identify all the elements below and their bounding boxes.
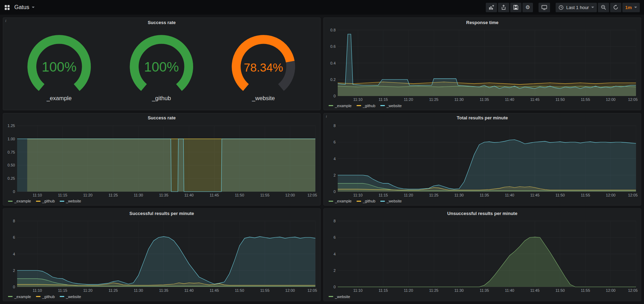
legend-swatch — [329, 296, 333, 297]
svg-text:11:55: 11:55 — [581, 193, 590, 197]
legend-item-_example[interactable]: _example — [329, 199, 352, 203]
panel-info-icon[interactable]: i — [326, 114, 327, 118]
share-icon — [501, 5, 506, 10]
svg-text:11:55: 11:55 — [260, 193, 270, 197]
panel-total-results: i Total results per minute 11:1011:1511:… — [323, 113, 641, 206]
svg-text:0.8: 0.8 — [330, 28, 336, 32]
svg-text:2: 2 — [334, 173, 336, 177]
legend-label: _github — [363, 104, 375, 108]
legend-item-_website[interactable]: _website — [329, 295, 350, 299]
svg-text:12:00: 12:00 — [285, 193, 295, 197]
panel-title[interactable]: Success rate — [148, 20, 176, 25]
svg-text:0.25: 0.25 — [8, 176, 15, 180]
gauge-_website[interactable]: 78.34%_website — [212, 28, 315, 108]
gauge-_example[interactable]: 100%_example — [8, 28, 110, 108]
legend-label: _website — [66, 199, 81, 203]
time-range-button[interactable]: Last 1 hour — [556, 3, 597, 12]
legend-item-_example[interactable]: _example — [8, 199, 31, 203]
legend-item-_example[interactable]: _example — [8, 295, 31, 299]
svg-text:1.25: 1.25 — [8, 124, 15, 128]
legend-label: _example — [335, 199, 352, 203]
svg-text:11:40: 11:40 — [184, 193, 194, 197]
svg-text:11:50: 11:50 — [556, 97, 565, 102]
legend-item-_github[interactable]: _github — [357, 199, 375, 203]
tv-mode-button[interactable] — [539, 3, 550, 12]
svg-text:12:00: 12:00 — [285, 288, 295, 292]
legend-item-_website[interactable]: _website — [60, 295, 81, 299]
svg-text:4: 4 — [334, 252, 336, 256]
share-dashboard-button[interactable] — [498, 3, 509, 12]
svg-text:11:15: 11:15 — [379, 97, 388, 102]
svg-text:11:40: 11:40 — [505, 97, 514, 102]
panel-title[interactable]: Successful results per minute — [130, 211, 194, 216]
panel-title[interactable]: Success rate — [148, 115, 176, 120]
legend-item-_example[interactable]: _example — [329, 104, 352, 108]
chart-legend: _website — [325, 293, 639, 300]
svg-text:11:10: 11:10 — [33, 193, 42, 197]
svg-text:11:50: 11:50 — [235, 288, 244, 292]
svg-text:12:05: 12:05 — [307, 288, 317, 292]
panel-unsuccessful-results: Unsuccessful results per minute 11:1011:… — [323, 208, 641, 301]
svg-text:11:10: 11:10 — [353, 193, 363, 197]
svg-text:11:30: 11:30 — [134, 193, 143, 197]
panel-body: 11:1011:1511:2011:2511:3011:3511:4011:45… — [324, 123, 641, 206]
svg-text:11:25: 11:25 — [429, 193, 439, 197]
time-series-chart[interactable]: 11:1011:1511:2011:2511:3011:3511:4011:45… — [325, 123, 639, 198]
refresh-interval-button[interactable]: 1m — [622, 3, 640, 12]
time-series-chart[interactable]: 11:1011:1511:2011:2511:3011:3511:4011:45… — [5, 123, 318, 198]
svg-text:11:45: 11:45 — [530, 288, 540, 292]
add-panel-button[interactable] — [486, 3, 497, 12]
time-series-chart[interactable]: 11:1011:1511:2011:2511:3011:3511:4011:45… — [325, 27, 639, 102]
chart-legend: _example_github_website — [5, 198, 318, 205]
refresh-interval-label: 1m — [625, 5, 632, 10]
legend-item-_github[interactable]: _github — [36, 295, 55, 299]
svg-text:8: 8 — [13, 219, 15, 223]
legend-swatch — [357, 201, 361, 202]
chart-legend: _example_github_website — [5, 293, 318, 300]
svg-text:11:20: 11:20 — [404, 97, 413, 102]
panel-info-icon[interactable]: i — [5, 18, 6, 23]
svg-text:0.6: 0.6 — [330, 44, 336, 49]
svg-text:_website: _website — [252, 95, 275, 102]
panel-body: 11:1011:1511:2011:2511:3011:3511:4011:45… — [324, 218, 641, 301]
legend-item-_website[interactable]: _website — [60, 199, 81, 203]
svg-text:8: 8 — [334, 219, 336, 223]
dashboard-settings-button[interactable]: ⚙ — [522, 3, 533, 12]
panel-title[interactable]: Total results per minute — [457, 115, 508, 120]
panel-header: Success rate — [3, 18, 320, 27]
svg-text:11:30: 11:30 — [454, 193, 464, 197]
svg-text:11:35: 11:35 — [159, 288, 168, 292]
svg-text:0.4: 0.4 — [330, 61, 336, 65]
svg-text:11:55: 11:55 — [581, 288, 590, 292]
chevron-down-icon — [591, 7, 594, 9]
svg-text:11:55: 11:55 — [260, 288, 270, 292]
dashboard-title-dropdown[interactable]: Gatus — [14, 4, 35, 10]
svg-text:11:20: 11:20 — [83, 193, 93, 197]
gauge-chart: 100%_example100%_github78.34%_website — [5, 27, 318, 109]
svg-text:11:25: 11:25 — [109, 193, 118, 197]
time-series-chart[interactable]: 11:1011:1511:2011:2511:3011:3511:4011:45… — [325, 218, 639, 293]
svg-text:11:35: 11:35 — [159, 193, 168, 197]
panel-title[interactable]: Response time — [466, 20, 498, 25]
legend-item-_website[interactable]: _website — [380, 199, 402, 203]
svg-text:2: 2 — [13, 268, 15, 273]
zoom-out-button[interactable] — [598, 3, 609, 12]
panel-title[interactable]: Unsuccessful results per minute — [447, 211, 518, 216]
svg-text:11:40: 11:40 — [184, 288, 194, 292]
legend-swatch — [329, 105, 333, 106]
legend-item-_github[interactable]: _github — [357, 104, 375, 108]
svg-text:11:45: 11:45 — [210, 288, 219, 292]
view-mode-group — [539, 3, 550, 12]
refresh-button[interactable] — [610, 3, 621, 12]
apps-grid-icon[interactable] — [4, 5, 10, 10]
legend-item-_website[interactable]: _website — [380, 104, 402, 108]
legend-label: _website — [335, 295, 350, 299]
save-dashboard-button[interactable] — [510, 3, 521, 12]
time-series-chart[interactable]: 11:1011:1511:2011:2511:3011:3511:4011:45… — [5, 218, 318, 293]
svg-text:11:45: 11:45 — [210, 193, 219, 197]
legend-label: _github — [363, 199, 375, 203]
gauge-_github[interactable]: 100%_github — [110, 28, 213, 108]
panel-success-rate-graph: Success rate 11:1011:1511:2011:2511:3011… — [3, 113, 321, 206]
dashboard-title: Gatus — [14, 4, 29, 10]
legend-item-_github[interactable]: _github — [36, 199, 55, 203]
